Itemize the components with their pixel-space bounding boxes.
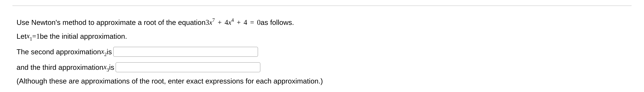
eq-term3: 4	[244, 18, 247, 26]
let-suffix: be the initial approximation.	[40, 31, 127, 42]
x2-sub: 2	[104, 52, 107, 57]
note-text: (Although these are approximations of th…	[16, 76, 323, 86]
section-divider	[12, 5, 632, 6]
third-suffix: is	[109, 62, 114, 73]
x1-value: 1	[36, 31, 40, 42]
problem-intro-line: Use Newton's method to approximate a roo…	[16, 17, 628, 28]
eq-var1: x	[209, 18, 212, 26]
x2-symbol: x2	[101, 46, 107, 57]
third-approx-line: and the third approximation x3 is	[16, 62, 628, 73]
second-prefix: The second approximation	[16, 46, 101, 57]
second-approx-line: The second approximation x2 is	[16, 46, 628, 57]
eq-var2: x	[228, 18, 232, 26]
x1-sub: 1	[30, 36, 32, 42]
x1-var: x	[26, 32, 30, 40]
eq-exp2: 4	[232, 17, 234, 23]
third-prefix: and the third approximation	[16, 62, 103, 73]
let-equals: =	[32, 31, 36, 42]
equation: 3x7 + 4x4 + 4 = 0	[206, 17, 260, 28]
eq-coef1: 3	[206, 18, 209, 26]
eq-plus1: +	[216, 18, 224, 26]
x3-symbol: x3	[103, 62, 109, 73]
eq-exp1: 7	[212, 17, 215, 23]
x3-sub: 3	[106, 67, 109, 73]
eq-coef2: 4	[225, 18, 228, 26]
intro-text-suffix: as follows.	[260, 17, 294, 28]
x2-var: x	[101, 47, 104, 55]
eq-equals: =	[248, 18, 256, 26]
x1-symbol: x1	[26, 30, 32, 42]
problem-content: Use Newton's method to approximate a roo…	[0, 17, 644, 86]
eq-rhs: 0	[257, 18, 260, 26]
let-prefix: Let	[16, 31, 26, 42]
note-line: (Although these are approximations of th…	[16, 76, 628, 86]
initial-approx-line: Let x1 = 1 be the initial approximation.	[16, 30, 628, 42]
x2-input[interactable]	[113, 47, 258, 57]
x3-input[interactable]	[116, 62, 260, 72]
intro-text-prefix: Use Newton's method to approximate a roo…	[16, 17, 206, 28]
eq-plus2: +	[235, 18, 242, 26]
x3-var: x	[103, 63, 106, 71]
second-suffix: is	[107, 46, 112, 57]
